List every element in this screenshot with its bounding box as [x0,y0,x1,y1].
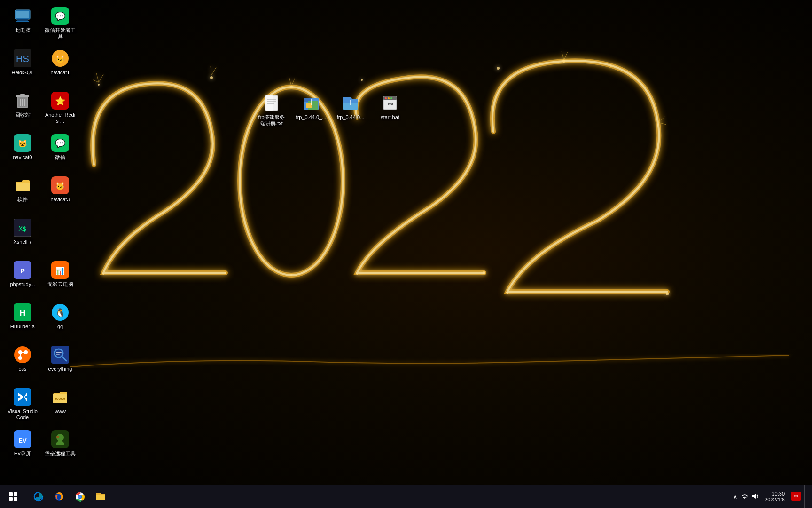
file-cluster: frp搭建服务端讲解.txt frp_0.44.0_... [254,92,408,128]
icon-everything-label: everything [48,366,72,372]
tray-network[interactable] [740,493,750,501]
svg-rect-104 [9,492,13,496]
icon-oss[interactable]: oss [5,343,40,386]
icon-heidisql[interactable]: HS HeidiSQL [5,47,40,89]
icon-start-bat-label: start.bat [381,114,399,120]
svg-rect-105 [14,492,17,496]
taskbar-apps [28,485,111,508]
svg-text:中: 中 [794,494,798,499]
svg-marker-115 [752,494,756,499]
icon-xshell-label: Xshell 7 [13,239,31,245]
desktop: 此电脑 💬 微信开发者工具 HS HeidiSQL [0,0,812,485]
svg-text:⭐: ⭐ [55,96,66,106]
start-button[interactable] [2,485,24,508]
svg-point-101 [388,97,390,99]
icon-everything[interactable]: everything [42,343,78,386]
svg-rect-33 [16,11,29,18]
svg-text:🐧: 🐧 [55,308,66,318]
svg-rect-42 [20,94,25,96]
show-desktop-button[interactable] [804,485,808,508]
clock-time: 10:30 [772,491,785,497]
icon-recycle-bin-label: 回收站 [15,112,31,118]
icon-navicat3-label: navicat3 [51,197,70,203]
icon-frp-zip1-label: frp_0.44.0_... [296,114,327,120]
svg-point-83 [56,436,59,438]
icon-wechat-devtools[interactable]: 💬 微信开发者工具 [42,5,78,47]
icon-another-redis[interactable]: ⭐ Another Redis ... [42,89,78,132]
svg-text:EV: EV [18,437,27,444]
icon-oss-label: oss [18,366,26,372]
svg-text:💬: 💬 [55,138,66,149]
taskbar-input-method[interactable]: 中 [789,492,803,502]
icon-www-folder[interactable]: www www [42,386,78,428]
svg-rect-73 [56,352,62,353]
taskbar-right: ∧ 10:30 2022/1/6 [728,485,812,508]
svg-text:HS: HS [16,54,29,64]
icon-cloud-pc[interactable]: 📊 无影云电脑 [42,259,78,301]
icon-bastion-host-label: 堡垒远程工具 [45,451,76,457]
taskbar-left [0,485,26,508]
icon-cloud-pc-label: 无影云电脑 [47,281,73,287]
icon-hbuilder-label: HBuilder X [10,324,35,330]
svg-text:.bat: .bat [387,102,393,106]
taskbar: ∧ 10:30 2022/1/6 [0,485,812,508]
taskbar-firefox[interactable] [49,486,70,507]
icon-wechat-devtools-label: 微信开发者工具 [44,27,76,40]
icon-navicat1-label: navicat1 [51,70,70,76]
svg-rect-94 [312,99,312,101]
svg-point-102 [390,97,392,99]
icon-phpstudy-label: phpstudy... [10,281,35,287]
taskbar-clock[interactable]: 10:30 2022/1/6 [762,491,788,502]
icon-navicat3[interactable]: 🐱 navicat3 [42,174,78,216]
icon-software-folder[interactable]: 软件 [5,174,40,216]
icon-this-pc[interactable]: 此电脑 [5,5,40,47]
icon-wechat-label: 微信 [55,154,65,160]
icon-vscode[interactable]: Visual Studio Code [5,386,40,428]
icon-start-bat[interactable]: .bat start.bat [372,92,408,128]
svg-rect-97 [351,100,351,101]
svg-point-113 [78,495,82,499]
icon-navicat1[interactable]: 🐱 navicat1 [42,47,78,89]
icon-vscode-label: Visual Studio Code [7,408,39,421]
svg-text:www: www [55,397,65,401]
icon-navicat0[interactable]: 🐱 navicat0 [5,132,40,174]
icon-phpstudy[interactable]: P phpstudy... [5,259,40,301]
svg-rect-107 [14,497,17,501]
taskbar-file-manager[interactable] [90,486,111,507]
icon-hbuilder[interactable]: H HBuilder X [5,301,40,343]
icon-frp-txt-label: frp搭建服务端讲解.txt [258,114,285,127]
svg-text:🐱: 🐱 [18,139,27,148]
svg-text:💬: 💬 [55,11,66,22]
taskbar-chrome[interactable] [70,486,90,507]
icon-frp-zip1[interactable]: frp_0.44.0_... [293,92,329,128]
svg-text:X$: X$ [19,225,27,232]
icon-bastion-host[interactable]: 堡垒远程工具 [42,428,78,470]
icon-qq-label: qq [57,324,63,330]
svg-text:🐱: 🐱 [55,55,65,64]
clock-date: 2022/1/6 [765,497,785,502]
svg-rect-32 [16,21,29,22]
icon-another-redis-label: Another Redis ... [44,112,76,124]
svg-rect-106 [9,497,13,501]
system-tray: ∧ [732,493,760,501]
svg-rect-31 [17,19,28,21]
icon-ev-recorder[interactable]: EV EV录屏 [5,428,40,470]
icon-software-folder-label: 软件 [17,197,28,203]
icon-frp-zip2-label: frp_0.44.0... [337,114,365,120]
svg-rect-85 [265,95,273,111]
icon-wechat[interactable]: 💬 微信 [42,132,78,174]
icon-recycle-bin[interactable]: 回收站 [5,89,40,132]
tray-volume[interactable] [750,493,760,501]
svg-point-100 [385,97,387,99]
svg-text:📊: 📊 [55,266,65,275]
tray-expand[interactable]: ∧ [732,493,739,500]
svg-text:H: H [20,308,26,318]
icon-navicat0-label: navicat0 [13,154,32,160]
icon-frp-zip2[interactable]: frp_0.44.0... [333,92,368,128]
icon-qq[interactable]: 🐧 qq [42,301,78,343]
icon-ev-recorder-label: EV录屏 [14,451,31,457]
icon-xshell[interactable]: X$ Xshell 7 [5,216,40,259]
icon-heidisql-label: HeidiSQL [11,70,33,76]
taskbar-edge[interactable] [28,486,49,507]
icon-frp-txt[interactable]: frp搭建服务端讲解.txt [254,92,289,128]
